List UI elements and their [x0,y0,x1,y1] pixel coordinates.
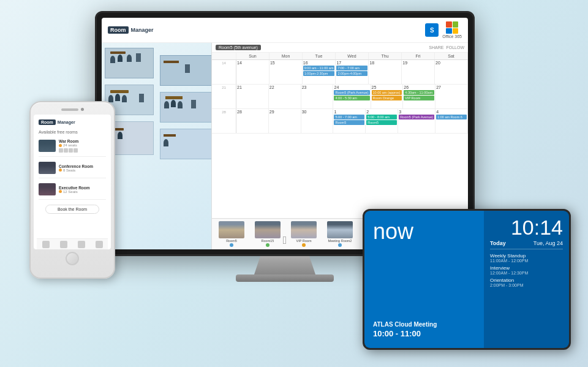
tablet-sched-time: 2:00PM - 3:00PM [490,283,563,287]
calendar-header: Room5 (5th avenue) SHARE FOLLOW [212,43,468,53]
screen-header: Room Manager S [102,18,468,43]
calendar-title-bar: Room5 (5th avenue) SHARE FOLLOW [212,43,468,52]
follow-button[interactable]: FOLLOW [446,45,464,50]
calendar-actions: SHARE FOLLOW [429,45,464,50]
phone-app-logo: Room Manager [39,119,106,125]
tablet-current-meeting: now ATLAS Cloud Meeting 10:00 - 11:00 [364,211,484,348]
phone-room-info: War Room 24 seats [59,139,106,153]
phone-room-seats: 24 seats [59,143,106,147]
room-color-indicator [230,243,233,247]
phone-screen: Room Manager Available free rooms War Ro… [34,115,111,249]
phone-notch [31,102,114,115]
tablet-sched-name: Weekly Standup [490,253,563,259]
mobile-phone: Room Manager Available free rooms War Ro… [29,101,115,279]
phone-bottom-nav [37,238,108,249]
sharepoint-icon: S [425,23,439,37]
phone-room-info: Conference Room 8 Seats [59,164,106,172]
office365-block: Office 365 [442,21,462,39]
office365-label: Office 365 [442,34,462,39]
iso-office-illustration [102,43,212,249]
tablet-today-header: Today Tue, Aug 24 [490,240,563,249]
app-logo: Room Manager [108,26,154,34]
phone-logo-manager: Manager [58,120,75,124]
room-thumb-image [327,221,353,238]
calendar-grid: Sun Mon Tue Wed Thu Fri Sat 14 [212,53,468,218]
tablet-device: now ATLAS Cloud Meeting 10:00 - 11:00 10… [363,209,571,350]
phone-camera [81,108,84,111]
tablet-schedule-item: Orientation 2:00PM - 3:00PM [490,278,563,287]
phone-room-image [39,140,56,152]
phone-room-info: Executive Room 12 Seats [59,186,106,194]
iso-room-right-1 [160,55,212,86]
logo-manager-text: Manager [131,27,154,33]
phone-subtitle: Available free rooms [39,130,106,134]
phone-room-item: Executive Room 12 Seats [39,183,106,200]
tablet-body: now ATLAS Cloud Meeting 10:00 - 11:00 10… [363,209,571,350]
tablet-clock: 10:14 [490,217,563,238]
room-thumb-image [219,221,244,238]
phone-speaker [61,108,78,111]
phone-nav-home[interactable] [60,241,67,248]
tablet-today-label: Today [490,240,506,246]
room-color-indicator [338,243,342,247]
iso-room-right-3 [160,129,212,159]
phone-nav-apps[interactable] [78,241,85,248]
monitor-base [236,274,334,282]
tablet-schedule: 10:14 Today Tue, Aug 24 Weekly Standup 1… [484,211,569,348]
room-color-indicator [266,243,270,247]
phone-room-item: War Room 24 seats [39,139,106,157]
tablet-sched-time: 11:00AM - 12:00PM [490,259,563,263]
phone-room-name: War Room [59,139,106,143]
phone-room-name: Executive Room [59,186,106,190]
seat-dot [59,144,62,147]
calendar-week-row: 28 28 29 30 1 5:00 - 7:00 am Room5 [212,109,468,134]
tablet-schedule-item: Interview 12:00AM - 12:30PM [490,265,563,275]
calendar-days-header: Sun Mon Tue Wed Thu Fri Sat [212,53,468,60]
phone-home-button[interactable] [66,252,79,265]
room-thumb-image [255,221,281,238]
tablet-today-date: Tue, Aug 24 [533,240,563,246]
book-room-button[interactable]: Book the Room [45,205,99,214]
seat-dot [59,190,62,193]
phone-room-seats: 12 Seats [59,190,106,194]
phone-screen-content: Room Manager Available free rooms War Ro… [34,115,111,249]
phone-room-name: Conference Room [59,164,106,168]
phone-nav-back[interactable] [42,241,50,248]
calendar-room-label: Room5 (5th avenue) [216,45,261,50]
share-button[interactable]: SHARE [429,45,443,50]
phone-room-item: Conference Room 8 Seats [39,162,106,178]
tablet-meeting-name: ATLAS Cloud Meeting [373,321,475,328]
tablet-screen: now ATLAS Cloud Meeting 10:00 - 11:00 10… [364,211,569,348]
office365-squares-icon [446,21,458,34]
phone-room-image [39,162,56,174]
room-thumb-item[interactable]: Room5 [214,221,249,247]
room-thumb-item[interactable]: VIP Room [287,221,321,247]
header-integrations: S Office 365 [425,21,462,39]
logo-room-text: Room [108,26,129,34]
apple-logo-icon:  [283,234,287,247]
tablet-now-label: now [373,221,475,243]
iso-room-1 [105,48,154,78]
iso-room-right-2 [160,92,212,123]
phone-nav-search[interactable] [96,241,103,248]
tablet-sched-time: 12:00AM - 12:30PM [490,271,563,275]
room-thumb-image [291,221,317,238]
phone-body: Room Manager Available free rooms War Ro… [29,101,115,279]
room-color-indicator [302,243,306,247]
phone-room-image [39,183,56,195]
seat-dot [59,168,62,172]
tablet-schedule-item: Weekly Standup 11:00AM - 12:00PM [490,253,563,263]
calendar-week-row: 21 21 22 23 24 Room5 (Park Avenue) 4:00 … [212,85,468,109]
phone-logo-room: Room [39,119,56,125]
calendar-week-row: 14 14 15 16 9:00 am - 11:00 am 1:00pm-2:… [212,60,468,85]
phone-room-seats: 8 Seats [59,168,106,172]
monitor-stand [254,256,315,274]
room-thumb-item[interactable]: Room15 [251,221,285,247]
isometric-panel [102,43,212,249]
room-thumb-item[interactable]: Meeting Room2 [323,221,357,247]
tablet-sched-name: Interview [490,265,563,271]
tablet-meeting-time: 10:00 - 11:00 [373,329,475,338]
tablet-sched-name: Orientation [490,278,563,283]
